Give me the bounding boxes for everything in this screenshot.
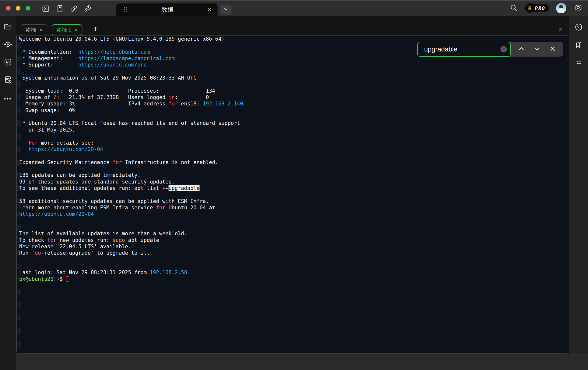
gear-icon bbox=[574, 3, 582, 13]
terminal-text-segment: : 0 bbox=[175, 94, 209, 100]
pro-badge[interactable]: ♛ PRO bbox=[526, 4, 549, 12]
tools-button[interactable] bbox=[84, 5, 92, 13]
title-tab-close-icon[interactable]: × bbox=[208, 7, 211, 13]
terminal-row: To check for new updates run: sudo apt u… bbox=[17, 237, 21, 243]
terminal-row: 53 additional security updates can be ap… bbox=[17, 198, 21, 204]
new-tab-button[interactable]: + bbox=[93, 25, 98, 34]
terminal-text-segment: System load: 0.0 Processes: 134 bbox=[19, 88, 215, 94]
sidebar-left: ••• bbox=[0, 16, 16, 370]
terminal-text-segment: Memory usage: 3% IPv4 address bbox=[19, 101, 169, 107]
avatar[interactable] bbox=[556, 3, 566, 13]
new-terminal-button[interactable] bbox=[42, 5, 50, 13]
terminal-text-segment: 53 additional security updates can be ap… bbox=[19, 198, 209, 204]
sidebar-item-bookmarks[interactable] bbox=[574, 41, 583, 50]
terminal-row bbox=[17, 334, 568, 341]
terminal-tab-2-label: 终端 1 bbox=[57, 26, 71, 33]
terminal-text-segment: on 31 May 2025. bbox=[19, 127, 75, 133]
terminal-text-segment bbox=[19, 146, 29, 152]
chevron-up-icon bbox=[517, 45, 526, 54]
terminal-row: px@ubuntu20:~$ bbox=[17, 276, 21, 282]
terminal-row: Run 'do-release-upgrade' to upgrade to i… bbox=[17, 250, 21, 256]
link-button[interactable] bbox=[70, 5, 78, 13]
sidebar-item-transfer[interactable] bbox=[574, 59, 583, 67]
terminal-tabstrip: 终端 × 终端 1 × + × bbox=[16, 16, 569, 35]
terminal-row: For more details see: bbox=[17, 140, 568, 146]
wrench-icon bbox=[84, 5, 92, 14]
close-search-button[interactable] bbox=[548, 44, 557, 54]
sidebar-item-more[interactable]: ••• bbox=[4, 96, 12, 102]
sidebar-item-history[interactable] bbox=[3, 76, 12, 85]
terminal-text-segment: 99 of these updates are standard securit… bbox=[19, 179, 175, 185]
close-window-button[interactable] bbox=[6, 6, 11, 11]
terminal-row: * Management: https://landscape.canonica… bbox=[17, 55, 21, 62]
notebook-button[interactable] bbox=[56, 5, 64, 13]
code-icon bbox=[4, 58, 12, 67]
find-next-button[interactable] bbox=[532, 44, 542, 54]
bottom-bar bbox=[16, 354, 588, 370]
terminal-tab-1-close-icon[interactable]: × bbox=[39, 27, 42, 33]
terminal-panel[interactable]: Welcome to Ubuntu 20.04.6 LTS (GNU/Linux… bbox=[16, 35, 568, 354]
terminal-text-segment bbox=[19, 140, 29, 146]
sidebar-item-snippets[interactable] bbox=[3, 58, 12, 67]
terminal-output[interactable]: Welcome to Ubuntu 20.04.6 LTS (GNU/Linux… bbox=[17, 36, 568, 353]
terminal-row: Learn more about enabling ESM Infra serv… bbox=[17, 204, 568, 211]
chevron-down-icon bbox=[223, 6, 229, 13]
terminal-text-segment: apt update bbox=[125, 237, 159, 243]
terminal-text-segment: Expanded Security Maintenance bbox=[19, 159, 112, 165]
find-buttons bbox=[511, 44, 563, 54]
search-icon bbox=[510, 4, 518, 13]
tabstrip-close-button[interactable]: × bbox=[559, 26, 562, 32]
terminal-text-segment: new updates run: bbox=[57, 237, 113, 243]
terminal-row bbox=[17, 302, 21, 308]
tab-list-dropdown-button[interactable] bbox=[220, 5, 232, 15]
terminal-text-segment: * Support: bbox=[19, 62, 78, 68]
terminal-text-segment: 192.168.2.58 bbox=[150, 269, 187, 275]
terminal-text-segment: 21.3% of 37.23GB Users logged bbox=[60, 94, 169, 100]
clear-search-icon[interactable]: ✕ bbox=[500, 46, 507, 52]
app-window: 数据 × ♛ PRO bbox=[0, 0, 588, 370]
terminal-text-segment: for bbox=[112, 159, 122, 165]
titlebar-toolbar bbox=[42, 5, 92, 13]
terminal-text-segment: For bbox=[29, 140, 38, 146]
terminal-row bbox=[17, 341, 21, 347]
terminal-row: The list of available updates is more th… bbox=[17, 230, 568, 237]
terminal-row bbox=[17, 308, 568, 315]
terminal-text-segment: 136 updates can be applied immediately. bbox=[19, 172, 140, 178]
terminal-text-segment: Usage of bbox=[19, 94, 53, 100]
minimize-window-button[interactable] bbox=[16, 6, 20, 11]
terminal-text-segment: The list of available updates is more th… bbox=[19, 231, 187, 236]
drag-grip-icon[interactable] bbox=[124, 7, 127, 12]
global-search-button[interactable] bbox=[508, 3, 519, 14]
terminal-row bbox=[17, 295, 568, 302]
terminal-text-segment: 192.168.2.140 bbox=[203, 101, 243, 107]
terminal-row bbox=[17, 289, 21, 295]
terminal-search-input[interactable] bbox=[417, 42, 511, 57]
terminal-text-segment: more details see: bbox=[38, 140, 94, 146]
sidebar-item-monitor[interactable] bbox=[574, 23, 583, 32]
sidebar-item-files[interactable] bbox=[3, 23, 12, 32]
terminal-text-segment: To check bbox=[19, 237, 47, 243]
terminal-row: * Support: https://ubuntu.com/pro bbox=[17, 62, 568, 68]
terminal-row: Expanded Security Maintenance for Infras… bbox=[17, 159, 21, 166]
terminal-row: Memory usage: 3% IPv4 address for ens18:… bbox=[17, 101, 568, 107]
terminal-text-segment: Welcome to Ubuntu 20.04.6 LTS (GNU/Linux… bbox=[19, 36, 224, 42]
terminal-row bbox=[17, 166, 568, 172]
sidebar-item-locate[interactable] bbox=[3, 40, 12, 49]
terminal-row: 136 updates can be applied immediately. bbox=[17, 172, 21, 178]
terminal-tab-2-close-icon[interactable]: × bbox=[75, 27, 77, 33]
terminal-tab-2-active[interactable]: 终端 1 × bbox=[52, 24, 82, 35]
terminal-text-segment: ens18: bbox=[178, 101, 203, 107]
terminal-row bbox=[17, 114, 568, 120]
find-previous-button[interactable] bbox=[516, 44, 526, 54]
settings-button[interactable] bbox=[573, 3, 584, 14]
terminal-text-segment: : bbox=[53, 276, 57, 282]
title-tab-data[interactable]: 数据 × bbox=[116, 3, 217, 16]
terminal-text-segment: px@ubuntu20 bbox=[19, 276, 53, 282]
terminal-text-segment: https://ubuntu.com/20-04 bbox=[29, 146, 103, 152]
terminal-row: Welcome to Ubuntu 20.04.6 LTS (GNU/Linux… bbox=[17, 36, 568, 42]
zoom-window-button[interactable] bbox=[26, 6, 30, 11]
terminal-row: Usage of /: 21.3% of 37.23GB Users logge… bbox=[17, 94, 21, 101]
terminal-row: on 31 May 2025. bbox=[17, 127, 568, 133]
terminal-text-segment: https://ubuntu.com/pro bbox=[78, 62, 147, 68]
terminal-tab-1[interactable]: 终端 × bbox=[21, 24, 47, 35]
